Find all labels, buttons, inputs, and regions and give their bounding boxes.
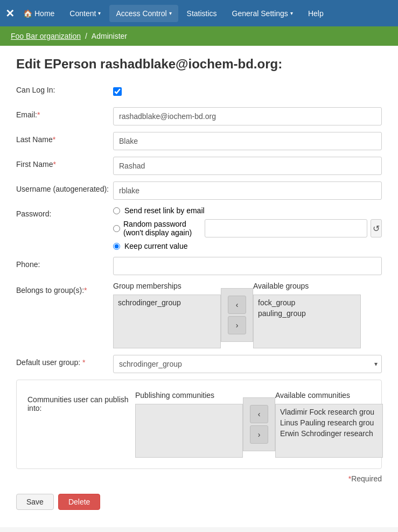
breadcrumb-separator: / bbox=[85, 32, 87, 40]
communities-arrows: ‹ › bbox=[243, 397, 275, 451]
username-row: Username (autogenerated): bbox=[16, 181, 382, 200]
nav-content-label: Content bbox=[69, 9, 96, 18]
save-button[interactable]: Save bbox=[16, 494, 54, 510]
group-memberships-title: Group memberships bbox=[113, 282, 221, 290]
navbar: ✕ 🏠 Home Content ▾ Access Control ▾ Stat… bbox=[0, 0, 398, 26]
nav-access-control-label: Access Control bbox=[116, 9, 166, 18]
can-login-row: Can Log In: bbox=[16, 82, 382, 101]
required-note: *Required bbox=[16, 474, 382, 483]
list-item[interactable]: Erwin Schrodinger research bbox=[278, 428, 380, 439]
move-left-communities-button[interactable]: ‹ bbox=[250, 405, 268, 423]
groups-container: Group memberships schrodinger_group ‹ › … bbox=[113, 282, 382, 348]
nav-logo: ✕ bbox=[5, 7, 15, 20]
breadcrumb-org[interactable]: Foo Bar organization bbox=[11, 32, 81, 40]
available-groups-section: Available groups fock_group pauling_grou… bbox=[253, 282, 361, 348]
last-name-row: Last Name* bbox=[16, 132, 382, 150]
last-name-label: Last Name* bbox=[16, 132, 113, 144]
communities-section: Communities user can publish into: Publi… bbox=[16, 380, 382, 469]
nav-statistics[interactable]: Statistics bbox=[180, 5, 224, 22]
publishing-communities-section: Publishing communities bbox=[135, 391, 243, 458]
available-communities-title: Available communities bbox=[275, 391, 383, 400]
nav-statistics-label: Statistics bbox=[187, 9, 217, 18]
keep-current-label[interactable]: Keep current value bbox=[124, 242, 188, 250]
nav-help-label: Help bbox=[308, 9, 324, 18]
nav-help[interactable]: Help bbox=[302, 5, 330, 22]
password-label: Password: bbox=[16, 206, 113, 218]
publishing-communities-list[interactable] bbox=[135, 404, 243, 458]
breadcrumb-page: Administer bbox=[92, 32, 127, 40]
available-communities-list[interactable]: Vladimir Fock research grou Linus Paulin… bbox=[275, 404, 383, 458]
list-item[interactable]: Linus Pauling research grou bbox=[278, 417, 380, 428]
list-item[interactable]: fock_group bbox=[256, 297, 358, 308]
belongs-to-groups-label: Belongs to group(s):* bbox=[16, 282, 113, 295]
nav-general-settings-label: General Settings bbox=[232, 9, 288, 18]
move-right-communities-button[interactable]: › bbox=[250, 425, 268, 444]
nav-home[interactable]: 🏠 Home bbox=[17, 5, 61, 22]
first-name-field[interactable] bbox=[113, 157, 382, 175]
email-label: Email:* bbox=[16, 107, 113, 119]
breadcrumb: Foo Bar organization / Administer bbox=[0, 26, 398, 46]
send-reset-radio[interactable] bbox=[113, 207, 120, 214]
available-groups-title: Available groups bbox=[253, 282, 361, 290]
list-item[interactable]: pauling_group bbox=[256, 308, 358, 319]
chevron-down-icon: ▾ bbox=[290, 10, 293, 16]
delete-button[interactable]: Delete bbox=[58, 494, 100, 510]
random-password-label[interactable]: Random password (won't display again) bbox=[123, 220, 201, 237]
main-content: Edit EPerson rashadblake@iochem-bd.org: … bbox=[0, 46, 398, 527]
publishing-communities-title: Publishing communities bbox=[135, 391, 243, 400]
random-password-field[interactable] bbox=[205, 219, 367, 237]
refresh-password-button[interactable]: ↺ bbox=[371, 219, 382, 237]
list-item[interactable]: schrodinger_group bbox=[116, 297, 218, 308]
phone-field[interactable] bbox=[113, 257, 382, 275]
first-name-row: First Name* bbox=[16, 157, 382, 175]
available-communities-section: Available communities Vladimir Fock rese… bbox=[275, 391, 383, 458]
username-field[interactable] bbox=[113, 181, 382, 200]
group-memberships-list[interactable]: schrodinger_group bbox=[113, 295, 221, 348]
communities-groups-container: Publishing communities ‹ › Available com… bbox=[135, 391, 383, 458]
last-name-field[interactable] bbox=[113, 132, 382, 150]
group-memberships-section: Group memberships schrodinger_group bbox=[113, 282, 221, 348]
phone-label: Phone: bbox=[16, 257, 113, 269]
default-user-group-select[interactable]: schrodinger_group fock_group pauling_gro… bbox=[113, 355, 382, 373]
random-password-radio[interactable] bbox=[113, 225, 120, 232]
first-name-label: First Name* bbox=[16, 157, 113, 169]
nav-access-control[interactable]: Access Control ▾ bbox=[109, 5, 178, 22]
communities-inner: Communities user can publish into: Publi… bbox=[27, 391, 371, 458]
password-random-row: Random password (won't display again) ↺ bbox=[113, 219, 382, 237]
can-login-label: Can Log In: bbox=[16, 82, 113, 94]
nav-home-label: Home bbox=[34, 9, 54, 18]
list-item[interactable]: Vladimir Fock research grou bbox=[278, 407, 380, 417]
password-keep-current-row: Keep current value bbox=[113, 242, 382, 250]
page-title: Edit EPerson rashadblake@iochem-bd.org: bbox=[16, 57, 382, 72]
default-user-group-label: Default user group: * bbox=[16, 355, 113, 367]
chevron-down-icon: ▾ bbox=[169, 10, 172, 16]
communities-label: Communities user can publish into: bbox=[27, 391, 135, 412]
group-arrows: ‹ › bbox=[221, 288, 253, 342]
can-login-checkbox[interactable] bbox=[113, 87, 122, 96]
password-row: Password: Send reset link by email Rando… bbox=[16, 206, 382, 250]
default-user-group-row: Default user group: * schrodinger_group … bbox=[16, 355, 382, 373]
nav-general-settings[interactable]: General Settings ▾ bbox=[226, 5, 299, 22]
home-icon: 🏠 bbox=[23, 9, 32, 18]
move-right-button[interactable]: › bbox=[228, 316, 246, 334]
button-row: Save Delete bbox=[16, 494, 382, 510]
send-reset-label[interactable]: Send reset link by email bbox=[124, 206, 205, 215]
password-send-reset-row: Send reset link by email bbox=[113, 206, 382, 215]
available-groups-list[interactable]: fock_group pauling_group bbox=[253, 295, 361, 348]
keep-current-radio[interactable] bbox=[113, 243, 120, 250]
move-left-button[interactable]: ‹ bbox=[228, 296, 246, 314]
phone-row: Phone: bbox=[16, 257, 382, 275]
email-row: Email:* bbox=[16, 107, 382, 125]
email-field[interactable] bbox=[113, 107, 382, 125]
nav-content[interactable]: Content ▾ bbox=[63, 5, 107, 22]
username-label: Username (autogenerated): bbox=[16, 181, 113, 193]
belongs-to-groups-row: Belongs to group(s):* Group memberships … bbox=[16, 282, 382, 348]
chevron-down-icon: ▾ bbox=[98, 10, 101, 16]
